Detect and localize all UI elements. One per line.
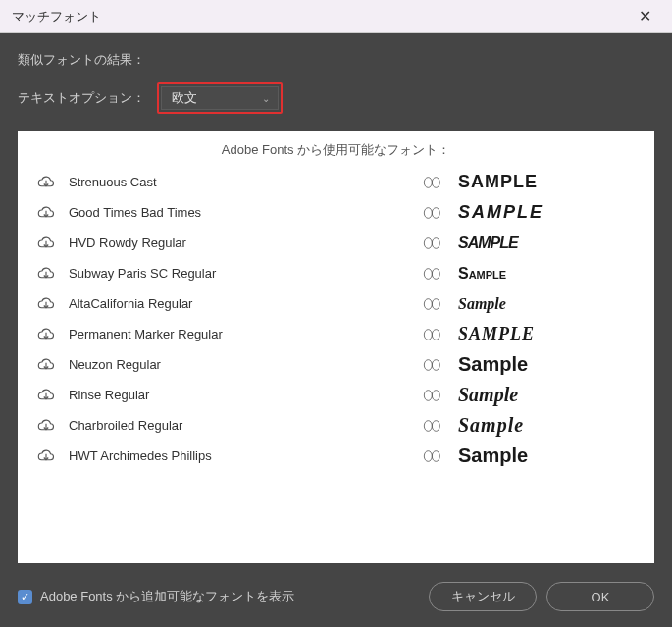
cloud-download-icon[interactable]: [37, 419, 55, 433]
text-option-row: テキストオプション： 欧文 ⌄: [18, 82, 654, 114]
font-row[interactable]: Good Times Bad TimesSAMPLE: [37, 197, 635, 228]
font-sample: Sample: [458, 384, 635, 406]
font-row[interactable]: Permanent Marker RegularSAMPLE: [37, 319, 635, 349]
font-row[interactable]: AltaCalifornia RegularSample: [37, 288, 635, 319]
svg-point-5: [432, 207, 439, 218]
svg-point-23: [432, 390, 439, 400]
chevron-down-icon: ⌄: [262, 93, 270, 104]
svg-point-1: [424, 177, 432, 187]
font-sample: Sample: [458, 414, 635, 437]
font-name: Permanent Marker Regular: [69, 327, 407, 341]
checkmark-icon: ✓: [21, 591, 29, 603]
cloud-download-icon[interactable]: [37, 206, 55, 220]
svg-point-20: [432, 359, 439, 370]
font-sample: Sample: [458, 265, 635, 283]
font-row[interactable]: HVD Rowdy RegularSAMPLE: [37, 228, 635, 258]
svg-point-4: [424, 207, 432, 218]
close-icon: ✕: [639, 7, 651, 26]
result-label: 類似フォントの結果：: [18, 51, 654, 69]
titlebar: マッチフォント ✕: [0, 0, 672, 33]
ok-button[interactable]: OK: [546, 582, 654, 611]
cloud-download-icon[interactable]: [37, 328, 55, 341]
svg-point-26: [432, 420, 439, 431]
cloud-download-icon[interactable]: [37, 449, 55, 463]
font-name: Neuzon Regular: [69, 357, 407, 372]
font-name: Good Times Bad Times: [69, 205, 407, 220]
cloud-download-icon[interactable]: [37, 267, 55, 281]
show-adobe-fonts-row[interactable]: ✓ Adobe Fonts から追加可能なフォントを表示: [18, 588, 294, 605]
svg-point-2: [432, 177, 439, 187]
text-option-label: テキストオプション：: [18, 89, 145, 107]
font-category-icon: [421, 389, 444, 402]
font-category-icon: [421, 236, 444, 250]
font-name: Charbroiled Regular: [69, 418, 407, 433]
svg-point-22: [424, 390, 432, 400]
font-category-icon: [421, 267, 444, 281]
cloud-download-icon[interactable]: [37, 389, 55, 402]
font-sample: SAMPLE: [458, 172, 635, 192]
panel-header: Adobe Fonts から使用可能なフォント：: [37, 141, 635, 159]
svg-point-13: [424, 298, 432, 309]
cloud-download-icon[interactable]: [37, 236, 55, 250]
font-name: Subway Paris SC Regular: [69, 266, 407, 281]
font-sample: SAMPLE: [458, 235, 635, 252]
font-row[interactable]: Neuzon RegularSample: [37, 349, 635, 380]
font-row[interactable]: Subway Paris SC RegularSample: [37, 258, 635, 288]
font-category-icon: [421, 358, 444, 372]
font-sample: Sample: [458, 295, 635, 313]
font-name: HVD Rowdy Regular: [69, 235, 407, 250]
font-name: Strenuous Cast: [69, 175, 407, 189]
svg-point-28: [424, 450, 432, 461]
close-button[interactable]: ✕: [625, 3, 664, 30]
svg-point-29: [432, 450, 439, 461]
font-sample: SAMPLE: [458, 324, 635, 344]
svg-point-7: [424, 237, 432, 248]
content-area: 類似フォントの結果： テキストオプション： 欧文 ⌄: [0, 33, 672, 114]
font-category-icon: [421, 297, 444, 311]
svg-point-16: [424, 329, 432, 340]
svg-point-10: [424, 268, 432, 279]
cloud-download-icon[interactable]: [37, 176, 55, 189]
cancel-button[interactable]: キャンセル: [429, 582, 537, 611]
font-row[interactable]: Rinse RegularSample: [37, 380, 635, 410]
footer: ✓ Adobe Fonts から追加可能なフォントを表示 キャンセル OK: [18, 582, 654, 611]
font-row[interactable]: Charbroiled RegularSample: [37, 410, 635, 441]
font-category-icon: [421, 206, 444, 220]
svg-point-19: [424, 359, 432, 370]
font-category-icon: [421, 419, 444, 433]
font-sample: SAMPLE: [458, 202, 635, 223]
cloud-download-icon[interactable]: [37, 297, 55, 311]
svg-point-14: [432, 298, 439, 309]
font-name: Rinse Regular: [69, 388, 407, 402]
dropdown-value: 欧文: [172, 89, 197, 107]
svg-point-11: [432, 268, 439, 279]
cloud-download-icon[interactable]: [37, 358, 55, 372]
font-row[interactable]: HWT Archimedes PhillipsSample: [37, 441, 635, 471]
font-name: AltaCalifornia Regular: [69, 296, 407, 311]
font-list-panel: Adobe Fonts から使用可能なフォント： Strenuous CastS…: [18, 131, 654, 563]
button-row: キャンセル OK: [429, 582, 654, 611]
font-sample: Sample: [458, 353, 635, 376]
font-category-icon: [421, 176, 444, 189]
font-sample: Sample: [458, 444, 635, 467]
font-name: HWT Archimedes Phillips: [69, 448, 407, 463]
svg-point-17: [432, 329, 439, 340]
dropdown-highlight: 欧文 ⌄: [157, 82, 283, 114]
svg-point-25: [424, 420, 432, 431]
font-category-icon: [421, 328, 444, 341]
window-title: マッチフォント: [12, 8, 101, 26]
svg-point-8: [432, 237, 439, 248]
text-option-dropdown[interactable]: 欧文 ⌄: [161, 86, 279, 110]
font-category-icon: [421, 449, 444, 463]
show-adobe-fonts-checkbox[interactable]: ✓: [18, 590, 32, 604]
font-row[interactable]: Strenuous CastSAMPLE: [37, 167, 635, 197]
checkbox-label: Adobe Fonts から追加可能なフォントを表示: [40, 588, 294, 605]
